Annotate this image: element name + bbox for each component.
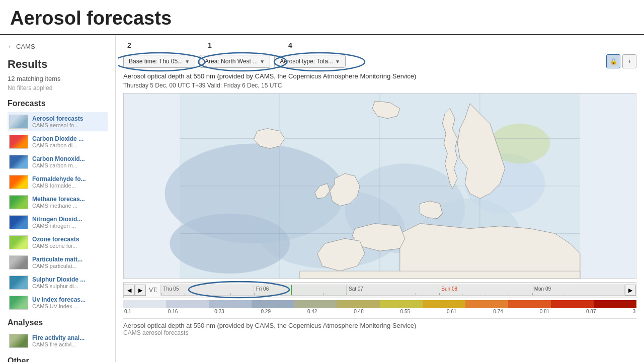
svg-rect-18 [300, 271, 580, 279]
area-dropdown-wrapper: Area: North West ... ▼ [199, 55, 270, 68]
item-title-formaldehyde: Formaldehyde fo... [32, 175, 106, 183]
aerosol-type-label: Aerosol type: Tota... [280, 58, 333, 65]
area-dropdown[interactable]: Area: North West ... ▼ [199, 55, 270, 68]
cs-label-9: 0.81 [540, 309, 549, 314]
cs-label-6: 0.55 [400, 309, 410, 314]
aerosol-type-arrow-icon: ▼ [335, 59, 340, 64]
basetime-arrow-icon: ▼ [185, 59, 190, 64]
item-text-aerosol: Aerosol forecasts CAMS aerosol fo... [32, 115, 106, 128]
cs-cell-9 [508, 300, 551, 308]
cs-label-8: 0.74 [493, 309, 503, 314]
item-title-co2: Carbon Dioxide ... [32, 135, 106, 142]
basetime-dropdown-wrapper: Base time: Thu 05... ▼ [123, 55, 195, 68]
chart-date: Thursday 5 Dec, 00 UTC T+39 Valid: Frida… [123, 82, 636, 89]
timeline-next-btn[interactable]: ▶ [135, 285, 146, 296]
back-link[interactable]: ← CAMS [8, 43, 108, 50]
cs-cell-7 [423, 300, 465, 308]
aerosol-type-dropdown-wrapper: Aerosol type: Tota... ▼ [274, 55, 346, 68]
cs-label-4: 0.42 [307, 309, 317, 314]
cs-cell-3 [252, 300, 294, 308]
item-title-methane: Methane forecas... [32, 196, 106, 203]
item-title-nox: Nitrogen Dioxid... [32, 216, 106, 223]
sidebar-item-particulate[interactable]: Particulate matt... CAMS particulat... [8, 253, 108, 272]
cs-label-10: 0.87 [586, 309, 596, 314]
num2-badge: 2 [127, 41, 131, 49]
item-text-methane: Methane forecas... CAMS methane ... [32, 196, 106, 209]
sidebar-item-sulphur[interactable]: Sulphur Dioxide ... CAMS sulphur di... [8, 273, 108, 292]
cs-cell-8 [465, 300, 508, 308]
sidebar: ← CAMS Results 12 matching items No filt… [0, 35, 116, 362]
sidebar-item-uv[interactable]: Uv index forecas... CAMS UV index ... [8, 293, 108, 312]
item-sub-uv: CAMS UV index ... [32, 303, 106, 309]
item-text-formaldehyde: Formaldehyde fo... CAMS formalde... [32, 175, 106, 189]
item-sub-co: CAMS carbon m... [32, 162, 106, 168]
item-text-sulphur: Sulphur Dioxide ... CAMS sulphur di... [32, 276, 106, 289]
day-label-0: Thu 05 [163, 286, 179, 292]
item-title-fire: Fire activity anal... [32, 334, 106, 341]
sidebar-item-nox[interactable]: Nitrogen Dioxid... CAMS nitrogen ... [8, 213, 108, 232]
plus-icon: + [627, 58, 631, 65]
sidebar-item-ozone[interactable]: Ozone forecasts CAMS ozone for... [8, 233, 108, 252]
day-label-3: Sun 08 [441, 286, 457, 292]
item-text-co2: Carbon Dioxide ... CAMS carbon di... [32, 135, 106, 148]
map-svg [124, 94, 636, 279]
lock-icon: 🔒 [610, 58, 617, 65]
results-title: Results [8, 58, 108, 71]
analyses-section-title: Analyses [8, 318, 108, 327]
sidebar-item-aerosol[interactable]: Aerosol forecasts CAMS aerosol fo... [8, 112, 108, 131]
cs-label-7: 0.61 [447, 309, 456, 314]
sidebar-item-methane[interactable]: Methane forecas... CAMS methane ... [8, 193, 108, 212]
thumb-aerosol [9, 115, 28, 129]
back-label: CAMS [16, 43, 35, 50]
cs-cell-11 [594, 300, 636, 308]
item-title-aerosol: Aerosol forecasts [32, 115, 106, 122]
timeline-play-btn[interactable]: ▶ [625, 285, 636, 296]
page-title: Aerosol forecasts [10, 8, 634, 29]
cs-cell-10 [551, 300, 594, 308]
item-title-sulphur: Sulphur Dioxide ... [32, 276, 106, 283]
controls-bar: 2 1 4 Base time: Thu 05... ▼ Area: North… [123, 40, 636, 68]
timeline-prev-btn[interactable]: ◀ [124, 285, 135, 296]
item-sub-fire: CAMS fire activi... [32, 341, 106, 347]
sidebar-item-formaldehyde[interactable]: Formaldehyde fo... CAMS formalde... [8, 172, 108, 192]
item-title-co: Carbon Monoxid... [32, 155, 106, 162]
cs-cell-6 [380, 300, 423, 308]
cs-cell-0 [123, 300, 166, 308]
item-sub-sulphur: CAMS sulphur di... [32, 283, 106, 289]
timeline-track[interactable]: Thu 05 [160, 285, 625, 296]
aerosol-type-dropdown[interactable]: Aerosol type: Tota... ▼ [274, 55, 346, 68]
colorscale [123, 300, 636, 308]
sidebar-item-co2[interactable]: Carbon Dioxide ... CAMS carbon di... [8, 132, 108, 151]
area-arrow-icon: ▼ [260, 59, 265, 64]
cs-label-11: 3 [632, 309, 635, 314]
item-title-ozone: Ozone forecasts [32, 236, 106, 243]
item-text-ozone: Ozone forecasts CAMS ozone for... [32, 236, 106, 249]
add-icon-btn[interactable]: + [622, 54, 636, 68]
lock-icon-btn[interactable]: 🔒 [606, 54, 620, 68]
thumb-ozone [9, 235, 28, 249]
cs-cell-2 [209, 300, 252, 308]
thumb-particulate [9, 255, 28, 269]
item-title-uv: Uv index forecas... [32, 296, 106, 303]
sidebar-item-co[interactable]: Carbon Monoxid... CAMS carbon m... [8, 152, 108, 171]
item-text-particulate: Particulate matt... CAMS particulat... [32, 256, 106, 269]
item-text-fire: Fire activity anal... CAMS fire activi..… [32, 334, 106, 347]
basetime-label: Base time: Thu 05... [129, 58, 183, 65]
thumb-uv [9, 296, 28, 310]
sidebar-item-fire[interactable]: Fire activity anal... CAMS fire activi..… [8, 331, 108, 350]
header: Aerosol forecasts [0, 0, 644, 35]
day-label-1: Fri 06 [256, 286, 269, 292]
item-sub-co2: CAMS carbon di... [32, 142, 106, 148]
forecasts-section-title: Forecasts [8, 99, 108, 108]
content-area: 2 1 4 Base time: Thu 05... ▼ Area: North… [116, 35, 644, 362]
cs-label-1: 0.16 [168, 309, 178, 314]
cs-cell-5 [337, 300, 380, 308]
thumb-nox [9, 215, 28, 229]
no-filters: No filters applied [8, 84, 108, 92]
timeline-container: ◀ ▶ VT: Thu 05 [123, 282, 636, 298]
day-label-2: Sat 07 [349, 286, 363, 292]
cs-cell-1 [166, 300, 209, 308]
basetime-dropdown[interactable]: Base time: Thu 05... ▼ [123, 55, 195, 68]
thumb-co [9, 155, 28, 169]
icon-buttons: 🔒 + [606, 54, 636, 68]
